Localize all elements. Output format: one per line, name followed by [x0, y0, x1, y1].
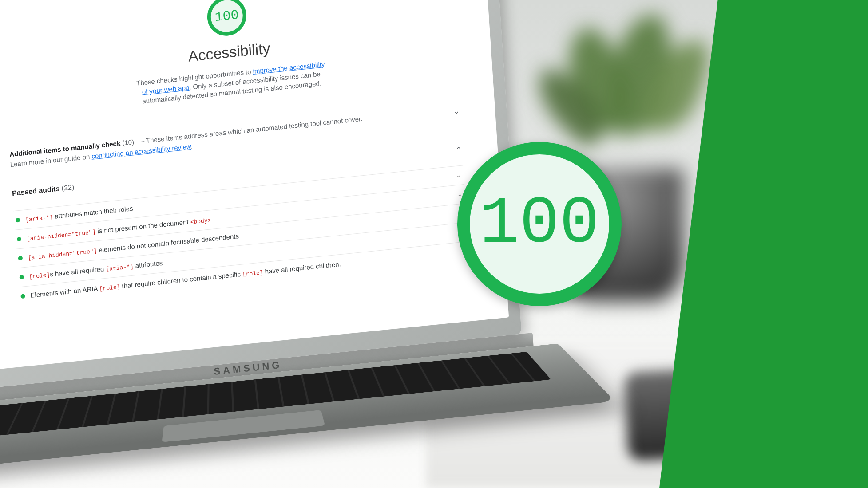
- audit-text: s have all required: [50, 265, 106, 278]
- score-gauge: 100: [206, 0, 247, 38]
- laptop-lid: 100 Accessibility These checks highlight…: [0, 0, 522, 390]
- pass-dot-icon: [17, 237, 22, 242]
- scene: 100 Accessibility These checks highlight…: [0, 0, 868, 488]
- manual-checks-count: (10): [122, 138, 135, 147]
- audit-code: [role]: [99, 284, 120, 293]
- pass-dot-icon: [18, 256, 23, 260]
- pass-dot-icon: [20, 294, 25, 299]
- score-value: 100: [214, 8, 239, 25]
- audit-code: [role]: [29, 272, 50, 280]
- pass-dot-icon: [19, 275, 24, 279]
- learn-more-post: .: [190, 142, 193, 150]
- audit-code: [aria-hidden="true"]: [28, 248, 97, 262]
- audit-text: have all required children.: [263, 260, 341, 275]
- passed-audits-count: (22): [61, 183, 74, 192]
- chevron-up-icon[interactable]: ⌃: [455, 145, 462, 155]
- chevron-down-icon[interactable]: ⌄: [456, 171, 461, 179]
- score-badge-large: 100: [457, 142, 622, 306]
- audit-code: <body>: [190, 217, 211, 226]
- passed-audits-section[interactable]: ⌃ Passed audits (22) [aria-*] attributes…: [12, 144, 470, 306]
- audit-code: [aria-*]: [106, 263, 134, 272]
- audit-text: Elements with an ARIA: [30, 284, 99, 299]
- passed-audits-title: Passed audits: [12, 185, 60, 197]
- pass-dot-icon: [16, 218, 20, 223]
- audit-text: attributes: [133, 259, 163, 270]
- chevron-down-icon[interactable]: ⌄: [452, 106, 460, 116]
- audit-code: [aria-hidden="true"]: [27, 229, 96, 243]
- audit-list: [aria-*] attributes match their roles ⌄ …: [13, 165, 470, 306]
- report-screen: 100 Accessibility These checks highlight…: [0, 0, 509, 370]
- score-badge-value: 100: [480, 186, 599, 262]
- audit-code: [aria-*]: [25, 214, 53, 223]
- audit-code: [role]: [242, 269, 264, 278]
- audit-text: attributes match their roles: [53, 205, 133, 220]
